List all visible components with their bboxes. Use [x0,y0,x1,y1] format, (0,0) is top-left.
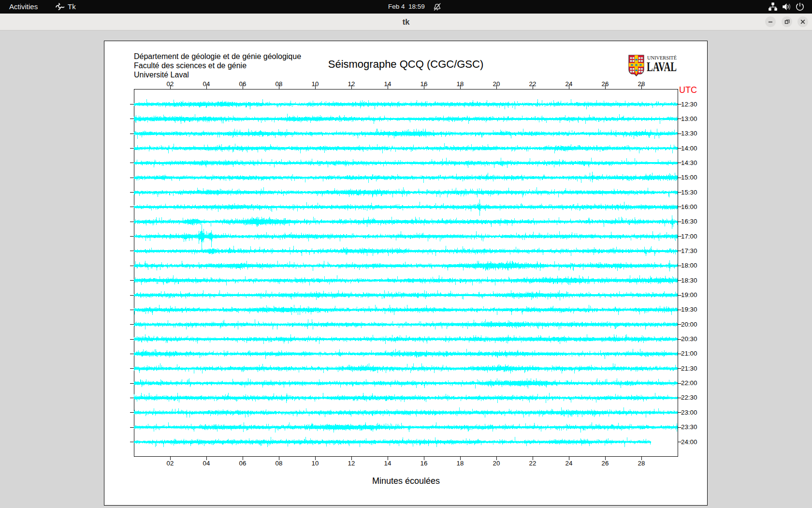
svg-text:LAVAL: LAVAL [647,60,677,74]
